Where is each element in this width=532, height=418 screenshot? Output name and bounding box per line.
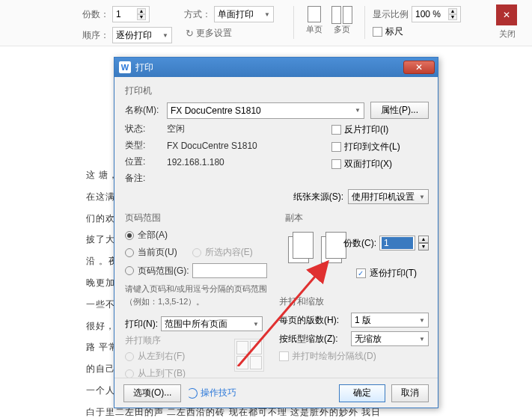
close-preview-button[interactable]: ✕ (496, 4, 517, 25)
ok-button[interactable]: 确定 (339, 384, 385, 402)
collate-checkbox[interactable]: 逐份打印(T) (356, 267, 417, 280)
single-page-button[interactable]: 单页 (302, 6, 327, 35)
close-icon: ✕ (503, 10, 510, 20)
chevron-down-icon: ▼ (419, 336, 425, 342)
print-what-label: 打印(N): (125, 318, 158, 331)
chevron-down-icon: ▼ (253, 321, 259, 328)
where-label: 位置: (125, 156, 167, 168)
type-value: FX DocuCentre S1810 (167, 141, 257, 151)
reverse-checkbox[interactable]: 反片打印(I) (331, 123, 429, 136)
tips-link[interactable]: 操作技巧 (187, 387, 236, 399)
radio-icon (125, 248, 134, 257)
checkbox-icon (331, 159, 341, 169)
ruler-checkbox[interactable]: 标尺 (373, 25, 403, 38)
tips-icon (187, 388, 198, 399)
range-pages-radio[interactable]: 页码范围(G): (125, 263, 278, 278)
status-value: 空闲 (167, 123, 185, 135)
range-hint: 请键入页码和/或用逗号分隔的页码范围（例如：1,3,5-12）。 (125, 283, 278, 307)
scale-to-label: 按纸型缩放(Z): (279, 333, 351, 345)
scale-to-select[interactable]: 无缩放▼ (351, 331, 429, 346)
dialog-titlebar[interactable]: W 打印 ✕ (114, 58, 438, 77)
print-dialog: W 打印 ✕ 打印机 名称(M): FX DocuCentre S1810▼ 属… (114, 57, 438, 408)
checkbox-icon (331, 142, 341, 152)
radio-icon (192, 248, 201, 257)
type-label: 类型: (125, 139, 167, 152)
checkbox-icon (331, 125, 341, 135)
toolbar-order-label: 顺序： (82, 29, 109, 42)
copies-label: 份数(C): (343, 237, 376, 250)
app-icon: W (119, 61, 131, 73)
zoom-input[interactable]: 100 % ▲▼ (412, 6, 461, 22)
close-label: 关闭 (499, 28, 516, 40)
print-to-file-checkbox[interactable]: 打印到文件(L) (331, 141, 429, 153)
comment-label: 备注: (125, 172, 167, 185)
draw-borders-checkbox: 并打时绘制分隔线(D) (279, 350, 429, 363)
chevron-down-icon: ▼ (419, 317, 425, 324)
multi-page-button[interactable]: 多页 (327, 6, 357, 35)
pages-per-sheet-label: 每页的版数(H): (279, 314, 351, 327)
gear-icon: ↻ (184, 28, 195, 39)
range-section-title: 页码范围 (125, 212, 278, 224)
spin-up-icon[interactable]: ▲ (418, 236, 429, 243)
chevron-down-icon: ▼ (355, 107, 361, 114)
radio-icon (125, 231, 134, 240)
spin-up-icon[interactable]: ▲ (448, 8, 457, 14)
print-preview-toolbar: 份数： 1 ▲▼ 顺序： 逐份打印▼ 方式： 单面打印▼ ↻ 更多设置 (0, 0, 532, 46)
range-current-radio[interactable]: 当前页(U) (125, 246, 177, 259)
spin-down-icon[interactable]: ▼ (137, 14, 146, 20)
properties-button[interactable]: 属性(P)... (370, 102, 429, 119)
toolbar-order-select[interactable]: 逐份打印▼ (112, 27, 172, 43)
name-label: 名称(M): (125, 104, 167, 117)
toolbar-copies-input[interactable]: 1 ▲▼ (112, 6, 150, 22)
dialog-title: 打印 (135, 61, 403, 74)
copies-section-title: 副本 (285, 212, 429, 224)
chevron-down-icon: ▼ (419, 194, 425, 200)
order-tb-radio: 从上到下(B) (125, 367, 429, 378)
options-button[interactable]: 选项(O)... (123, 384, 181, 402)
where-value: 192.168.1.180 (167, 157, 224, 167)
status-label: 状态: (125, 123, 167, 135)
toolbar-mode-select[interactable]: 单面打印▼ (214, 6, 274, 22)
multi-page-icon (331, 6, 352, 22)
range-all-radio[interactable]: 全部(A) (125, 229, 278, 242)
separator (364, 6, 365, 39)
range-pages-input[interactable] (192, 263, 267, 278)
chevron-down-icon: ▼ (264, 11, 270, 18)
range-selection-radio: 所选内容(E) (192, 246, 253, 259)
printer-select[interactable]: FX DocuCentre S1810▼ (167, 102, 364, 119)
spin-down-icon[interactable]: ▼ (418, 243, 429, 251)
checkbox-icon (356, 268, 366, 278)
paper-source-select[interactable]: 使用打印机设置▼ (348, 189, 429, 204)
copies-input[interactable]: 1 (379, 236, 415, 251)
radio-icon (125, 352, 134, 361)
close-icon: ✕ (415, 62, 423, 73)
checkbox-icon (373, 27, 382, 37)
spin-down-icon[interactable]: ▼ (448, 14, 457, 20)
separator (293, 6, 294, 39)
checkbox-icon (279, 351, 289, 361)
radio-icon (125, 266, 134, 275)
more-settings-button[interactable]: ↻ 更多设置 (184, 27, 232, 40)
radio-icon (125, 369, 134, 378)
duplex-checkbox[interactable]: 双面打印(X) (331, 158, 429, 170)
print-what-select[interactable]: 范围中所有页面▼ (161, 316, 263, 331)
spin-up-icon[interactable]: ▲ (137, 8, 146, 14)
dialog-close-button[interactable]: ✕ (403, 61, 435, 74)
toolbar-mode-label: 方式： (184, 8, 211, 21)
zoom-label: 显示比例 (373, 8, 409, 21)
paper-source-label: 纸张来源(S): (293, 191, 343, 203)
layout-preview-icon (234, 339, 264, 372)
pages-per-sheet-select[interactable]: 1 版▼ (351, 313, 429, 328)
cancel-button[interactable]: 取消 (391, 384, 429, 402)
toolbar-copies-label: 份数： (82, 8, 109, 21)
merge-section-title: 并打和缩放 (279, 295, 429, 308)
chevron-down-icon: ▼ (162, 32, 168, 39)
single-page-icon (308, 6, 321, 22)
printer-section-title: 打印机 (125, 84, 429, 97)
